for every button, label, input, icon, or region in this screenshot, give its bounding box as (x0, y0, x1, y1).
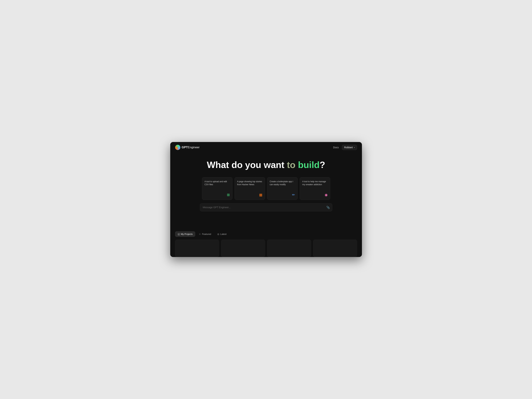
suggestion-card-3[interactable]: A tool to help me manage my sneaker addi… (300, 177, 330, 200)
tab-icon: ☆ (199, 233, 201, 235)
suggestion-card-1[interactable]: A page showing top stories from Hacker N… (234, 177, 265, 200)
header-right: Docs Robbert ▾ (333, 145, 357, 150)
user-menu-button[interactable]: Robbert ▾ (342, 145, 357, 150)
tab-icon: ◎ (217, 233, 219, 235)
tab-my-projects[interactable]: ◱ My Projects (175, 231, 195, 237)
tabs: ◱ My Projects ☆ Featured ◎ Latest (175, 231, 357, 237)
card-icon: ▦ (237, 193, 262, 197)
project-card[interactable] (221, 240, 265, 257)
card-icon: ✏ (270, 193, 295, 197)
suggestion-card-2[interactable]: Create a boilerplate app I can easily mo… (267, 177, 298, 200)
tab-label: My Projects (181, 233, 193, 235)
headline-space (295, 160, 298, 170)
card-text: A page showing top stories from Hacker N… (237, 180, 262, 186)
card-icon: ◉ (302, 193, 328, 197)
headline-build: build (298, 160, 320, 170)
logo-icon (175, 145, 180, 150)
message-input-container: 📎 (200, 203, 332, 211)
logo-bold: GPT (182, 146, 188, 149)
logo-regular: Engineer (188, 146, 200, 149)
card-text: Create a boilerplate app I can easily mo… (270, 180, 295, 186)
card-icon: ⊞ (205, 193, 230, 197)
headline-before: What do you want (207, 160, 287, 170)
card-text: A tool to help me manage my sneaker addi… (302, 180, 328, 186)
logo-area: GPTEngineer (175, 145, 200, 150)
tab-icon: ◱ (178, 233, 180, 235)
headline-to: to (287, 160, 295, 170)
tab-featured[interactable]: ☆ Featured (196, 231, 214, 237)
card-text: A tool to upload and edit CSV files (205, 180, 230, 186)
project-card[interactable] (175, 240, 219, 257)
header: GPTEngineer Docs Robbert ▾ (170, 142, 362, 153)
main-content: What do you want to build? A tool to upl… (170, 153, 362, 228)
tab-latest[interactable]: ◎ Latest (215, 231, 229, 237)
chevron-down-icon: ▾ (354, 146, 355, 148)
message-input[interactable] (200, 203, 332, 211)
app-window: GPTEngineer Docs Robbert ▾ What do you w… (170, 142, 362, 257)
logo-text: GPTEngineer (182, 146, 200, 149)
headline-after: ? (320, 160, 325, 170)
hero-headline: What do you want to build? (207, 160, 325, 170)
docs-link[interactable]: Docs (333, 146, 339, 149)
user-name: Robbert (344, 146, 353, 149)
suggestion-card-0[interactable]: A tool to upload and edit CSV files ⊞ (202, 177, 233, 200)
suggestion-cards: A tool to upload and edit CSV files ⊞ A … (200, 177, 332, 200)
bottom-section: ◱ My Projects ☆ Featured ◎ Latest (170, 228, 362, 257)
tab-label: Latest (220, 233, 226, 235)
project-card[interactable] (313, 240, 357, 257)
tab-label: Featured (202, 233, 211, 235)
project-card[interactable] (267, 240, 311, 257)
projects-grid (175, 240, 357, 257)
attach-icon[interactable]: 📎 (326, 206, 330, 209)
